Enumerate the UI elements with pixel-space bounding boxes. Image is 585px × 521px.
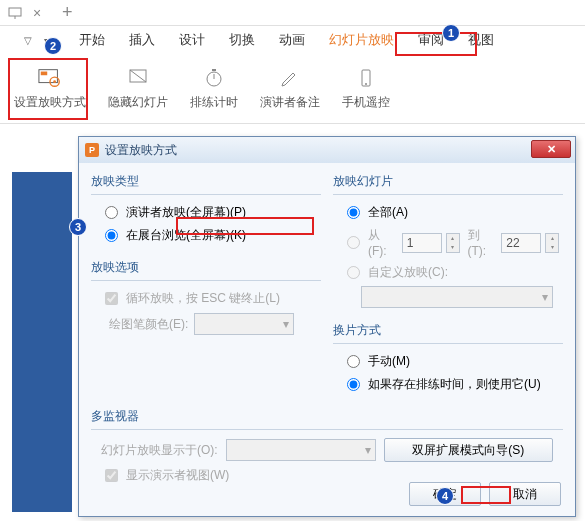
chevron-down-icon: ▾ <box>365 443 371 457</box>
radio-custom: 自定义放映(C): <box>333 261 563 284</box>
radio-all-label: 全部(A) <box>368 204 408 221</box>
group-title-advance: 换片方式 <box>333 318 563 344</box>
svg-point-12 <box>365 83 367 85</box>
pencil-icon <box>278 66 302 90</box>
stopwatch-icon <box>202 66 226 90</box>
display-on-combo: ▾ <box>226 439 376 461</box>
hide-slide-button[interactable]: 隐藏幻灯片 <box>102 54 174 123</box>
group-title-monitors: 多监视器 <box>91 404 563 430</box>
radio-custom-input <box>347 266 360 279</box>
rehearse-label: 排练计时 <box>190 94 238 111</box>
tab-view[interactable]: 视图 <box>456 27 506 53</box>
ribbon-tabs: ▽ ▾ 开始 插入 设计 切换 动画 幻灯片放映 审阅 视图 <box>0 26 585 54</box>
group-title-type: 放映类型 <box>91 169 321 195</box>
chevron-down-icon: ▾ <box>542 290 548 304</box>
presentation-icon <box>8 6 22 20</box>
group-title-options: 放映选项 <box>91 255 321 281</box>
badge-3: 3 <box>69 218 87 236</box>
tab-design[interactable]: 设计 <box>167 27 217 53</box>
rehearse-button[interactable]: 排练计时 <box>184 54 244 123</box>
radio-kiosk-input[interactable] <box>105 229 118 242</box>
group-slides: 放映幻灯片 全部(A) 从(F): ▴▾ 到(T): ▴▾ 自定义放映(C): <box>333 169 563 310</box>
check-loop: 循环放映，按 ESC 键终止(L) <box>91 287 321 310</box>
radio-presenter-label: 演讲者放映(全屏幕)(P) <box>126 204 246 221</box>
custom-show-combo: ▾ <box>361 286 553 308</box>
dialog-footer: 确定 取消 <box>409 482 561 506</box>
check-presenter-view-label: 显示演示者视图(W) <box>126 467 229 484</box>
radio-timings-input[interactable] <box>347 378 360 391</box>
svg-line-7 <box>130 70 146 82</box>
dialog-close-button[interactable]: ✕ <box>531 140 571 158</box>
pen-color-combo: ▾ <box>194 313 294 335</box>
tab-home[interactable]: 开始 <box>67 27 117 53</box>
badge-1: 1 <box>442 24 460 42</box>
ribbon-strip: 设置放映方式 隐藏幻灯片 排练计时 演讲者备注 手机遥控 <box>0 54 585 124</box>
tab-animation[interactable]: 动画 <box>267 27 317 53</box>
to-spinner: ▴▾ <box>545 233 559 253</box>
cancel-button[interactable]: 取消 <box>489 482 561 506</box>
radio-custom-label: 自定义放映(C): <box>368 264 448 281</box>
new-tab-button[interactable]: + <box>62 2 73 23</box>
phone-icon <box>354 66 378 90</box>
display-on-label: 幻灯片放映显示于(O): <box>101 442 218 459</box>
badge-4: 4 <box>436 487 454 505</box>
radio-all[interactable]: 全部(A) <box>333 201 563 224</box>
hide-slide-label: 隐藏幻灯片 <box>108 94 168 111</box>
qat-dropdown-icon[interactable]: ▽ <box>24 35 32 46</box>
check-loop-label: 循环放映，按 ESC 键终止(L) <box>126 290 280 307</box>
setup-slideshow-button[interactable]: 设置放映方式 <box>8 54 92 123</box>
group-show-type: 放映类型 演讲者放映(全屏幕)(P) 在展台浏览(全屏幕)(K) <box>91 169 321 247</box>
radio-presenter[interactable]: 演讲者放映(全屏幕)(P) <box>91 201 321 224</box>
radio-manual-label: 手动(M) <box>368 353 410 370</box>
radio-kiosk-label: 在展台浏览(全屏幕)(K) <box>126 227 246 244</box>
tab-insert[interactable]: 插入 <box>117 27 167 53</box>
from-label: 从(F): <box>368 227 398 258</box>
notes-button[interactable]: 演讲者备注 <box>254 54 326 123</box>
radio-presenter-input[interactable] <box>105 206 118 219</box>
from-value <box>402 233 442 253</box>
pen-color-row: 绘图笔颜色(E): ▾ <box>91 310 321 338</box>
from-spinner: ▴▾ <box>446 233 460 253</box>
radio-manual[interactable]: 手动(M) <box>333 350 563 373</box>
check-presenter-view-input <box>105 469 118 482</box>
dialog-title: 设置放映方式 <box>105 142 177 159</box>
group-title-slides: 放映幻灯片 <box>333 169 563 195</box>
to-value <box>501 233 541 253</box>
radio-manual-input[interactable] <box>347 355 360 368</box>
radio-from-row[interactable]: 从(F): ▴▾ 到(T): ▴▾ <box>333 224 563 261</box>
check-loop-input <box>105 292 118 305</box>
title-bar: × + <box>0 0 585 26</box>
pen-color-label: 绘图笔颜色(E): <box>109 316 188 333</box>
svg-point-5 <box>53 80 56 83</box>
slide-thumbnail-panel <box>12 172 72 512</box>
chevron-down-icon: ▾ <box>283 317 289 331</box>
svg-rect-10 <box>212 69 216 71</box>
tab-slideshow[interactable]: 幻灯片放映 <box>317 27 406 53</box>
setup-label: 设置放映方式 <box>14 94 86 111</box>
setup-slideshow-dialog: P 设置放映方式 ✕ 放映类型 演讲者放映(全屏幕)(P) 在展台浏览(全屏幕)… <box>78 136 576 517</box>
hide-slide-icon <box>126 66 150 90</box>
remote-button[interactable]: 手机遥控 <box>336 54 396 123</box>
group-options: 放映选项 循环放映，按 ESC 键终止(L) 绘图笔颜色(E): ▾ <box>91 255 321 338</box>
remote-label: 手机遥控 <box>342 94 390 111</box>
close-doc-icon[interactable]: × <box>30 6 44 20</box>
svg-rect-3 <box>41 72 47 76</box>
tab-transition[interactable]: 切换 <box>217 27 267 53</box>
radio-timings-label: 如果存在排练时间，则使用它(U) <box>368 376 541 393</box>
group-advance: 换片方式 手动(M) 如果存在排练时间，则使用它(U) <box>333 318 563 396</box>
app-icon: P <box>85 143 99 157</box>
dual-screen-wizard-button[interactable]: 双屏扩展模式向导(S) <box>384 438 553 462</box>
to-label: 到(T): <box>468 227 498 258</box>
dialog-titlebar: P 设置放映方式 ✕ <box>79 137 575 163</box>
radio-all-input[interactable] <box>347 206 360 219</box>
setup-icon <box>38 66 62 90</box>
radio-timings[interactable]: 如果存在排练时间，则使用它(U) <box>333 373 563 396</box>
notes-label: 演讲者备注 <box>260 94 320 111</box>
svg-rect-0 <box>9 8 21 16</box>
badge-2: 2 <box>44 37 62 55</box>
radio-kiosk[interactable]: 在展台浏览(全屏幕)(K) <box>91 224 321 247</box>
radio-from-input <box>347 236 360 249</box>
group-monitors: 多监视器 幻灯片放映显示于(O): ▾ 双屏扩展模式向导(S) 显示演示者视图(… <box>91 404 563 487</box>
